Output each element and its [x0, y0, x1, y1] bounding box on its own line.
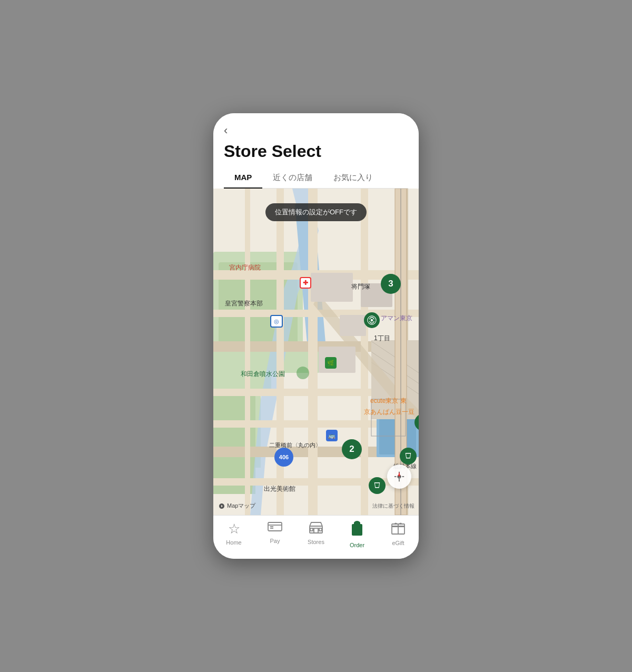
nav-item-order[interactable]: Order — [337, 521, 378, 548]
svg-rect-44 — [314, 528, 318, 533]
svg-point-37 — [371, 319, 373, 321]
pay-icon — [268, 521, 282, 536]
back-button[interactable]: ‹ — [224, 122, 232, 140]
nav-item-pay[interactable]: Pay — [254, 521, 295, 548]
tab-map[interactable]: MAP — [224, 167, 262, 188]
tab-favorites[interactable]: お気に入り — [323, 167, 383, 188]
map-container[interactable]: 位置情報の設定がOFFです 宮内庁病院 皇宮警察本部 和田倉噴水公園 アマン東京… — [213, 189, 419, 515]
svg-rect-45 — [310, 528, 313, 531]
cluster-pin-3-top[interactable]: 3 — [381, 274, 401, 294]
page-title: Store Select — [224, 142, 408, 161]
header: ‹ Store Select MAP 近くの店舗 お気に入り — [213, 113, 419, 189]
svg-rect-15 — [308, 189, 318, 515]
stores-icon — [309, 521, 323, 537]
nav-label-order: Order — [350, 542, 364, 548]
location-off-banner: 位置情報の設定がOFFです — [265, 203, 367, 221]
cluster-pin-2-left[interactable]: 2 — [342, 439, 362, 459]
svg-rect-47 — [352, 524, 362, 536]
svg-rect-30 — [319, 347, 355, 373]
hospital-sign: ✚ — [300, 277, 311, 289]
store-pin[interactable] — [400, 448, 417, 465]
svg-rect-32 — [311, 273, 353, 302]
nav-item-egift[interactable]: eGift — [378, 521, 419, 548]
svg-point-29 — [297, 367, 309, 379]
nav-label-pay: Pay — [270, 538, 280, 544]
phone-frame: ‹ Store Select MAP 近くの店舗 お気に入り — [213, 113, 419, 559]
starbucks-logo-pin[interactable] — [364, 312, 380, 328]
egift-icon — [391, 521, 406, 538]
tab-bar: MAP 近くの店舗 お気に入り — [224, 167, 408, 189]
store-pin[interactable] — [369, 477, 386, 494]
nav-label-home: Home — [226, 539, 241, 546]
bus-sign: 🚌 — [326, 430, 338, 441]
svg-rect-19 — [245, 189, 250, 515]
svg-rect-46 — [319, 528, 322, 531]
road-sign-406: 406 — [274, 448, 293, 467]
nav-label-stores: Stores — [308, 539, 324, 545]
bottom-nav: ☆ Home Pay — [213, 515, 419, 559]
park-sign: 🌿 — [325, 357, 337, 369]
nav-item-home[interactable]: ☆ Home — [213, 521, 254, 548]
legal-info: 法律に基づく情報 — [372, 502, 414, 510]
svg-rect-39 — [268, 522, 282, 531]
home-icon: ☆ — [228, 521, 240, 537]
store-pin[interactable] — [414, 414, 419, 431]
tab-nearby[interactable]: 近くの店舗 — [262, 167, 323, 188]
apple-maps-watermark: Mapマップ — [219, 502, 255, 510]
nav-label-egift: eGift — [392, 540, 404, 546]
order-icon — [350, 521, 364, 540]
svg-rect-31 — [340, 315, 366, 336]
compass-button[interactable] — [387, 465, 411, 489]
svg-rect-43 — [310, 526, 322, 533]
nav-item-stores[interactable]: Stores — [295, 521, 337, 548]
shield-sign: ◎ — [270, 315, 283, 328]
map-background — [213, 189, 419, 515]
svg-rect-48 — [354, 522, 360, 525]
